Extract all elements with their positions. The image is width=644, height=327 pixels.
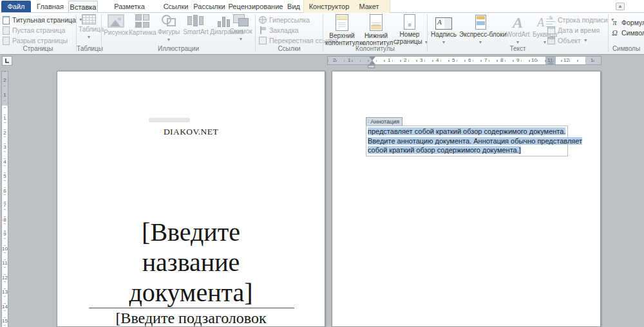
- blank-page-icon: [3, 26, 10, 35]
- tab-mailings[interactable]: Рассылки: [192, 1, 227, 12]
- tab-layout-contextual[interactable]: Макет: [354, 1, 384, 12]
- blank-page-button[interactable]: Пустая страница: [3, 26, 65, 35]
- page-2[interactable]: ⁞ Аннотация представляет собой краткий о…: [332, 71, 601, 327]
- footer-label-1: Нижний: [359, 32, 393, 39]
- bookmark-label: Закладка: [269, 26, 299, 34]
- subtitle-placeholder[interactable]: [Введите подзаголовок: [57, 310, 325, 327]
- ruler-number: 1: [388, 57, 390, 64]
- tab-page-layout[interactable]: Разметка страницы: [99, 1, 160, 12]
- equation-button[interactable]: π Формула ▼: [611, 18, 644, 27]
- group-label-text: Текст: [453, 45, 582, 52]
- vertical-ruler[interactable]: 2 1 1 2 3 4 5 6 7 8 9 10 11 12 13 14 15: [1, 71, 8, 327]
- tab-view[interactable]: Вид: [284, 1, 303, 12]
- tab-home[interactable]: Главная: [33, 1, 67, 12]
- group-label-header-footer: Колонтитулы: [323, 45, 427, 52]
- dropdown-arrow-icon: ▼: [87, 35, 91, 39]
- footer-button[interactable]: Нижний колонтитул ▼: [359, 14, 393, 46]
- ruler-number: 2: [2, 131, 8, 136]
- annotation-line: собой краткий обзор содержимого документ…: [368, 145, 566, 155]
- ruler-number: 4: [436, 57, 439, 64]
- symbol-label: Символ: [621, 29, 644, 37]
- tab-insert[interactable]: Вставка: [68, 1, 98, 12]
- quick-parts-button[interactable]: Экспресс-блоки ▼: [459, 14, 502, 45]
- word-window: Файл Главная Вставка Разметка страницы С…: [0, 0, 644, 327]
- page-1[interactable]: DIAKOV.NET [Введите название документа] …: [57, 71, 325, 327]
- annotation-line: Введите аннотацию документа. Аннотация о…: [368, 136, 566, 146]
- ribbon-tab-bar: Файл Главная Вставка Разметка страницы С…: [0, 0, 644, 13]
- hyperlink-label: Гиперссылка: [269, 16, 310, 24]
- object-label: Объект: [558, 37, 581, 44]
- group-label-pages: Страницы: [0, 45, 76, 52]
- hyperlink-button[interactable]: Гиперссылка: [259, 15, 310, 24]
- quick-parts-icon: [475, 15, 486, 30]
- title-line: название: [57, 247, 325, 277]
- group-tables: Таблица ▼ Таблицы: [77, 13, 101, 55]
- right-indent-marker[interactable]: [547, 61, 554, 64]
- date-time-button[interactable]: Дата и время: [547, 26, 600, 35]
- footer-icon: [370, 14, 383, 31]
- minimize-ribbon-icon[interactable]: ▲: [616, 3, 625, 10]
- group-symbols: π Формула ▼ Ω Символ ▼ Символы: [609, 13, 644, 55]
- table-icon: [82, 14, 96, 24]
- smartart-button[interactable]: SmartArt: [182, 14, 210, 35]
- date-time-label: Дата и время: [558, 26, 600, 34]
- title-placeholder[interactable]: [Введите название документа]: [57, 217, 325, 308]
- left-indent-marker[interactable]: [368, 65, 375, 68]
- symbol-icon: Ω: [611, 28, 619, 38]
- group-label-illustrations: Иллюстрации: [102, 45, 255, 52]
- bookmark-button[interactable]: Закладка: [259, 26, 299, 35]
- wordart-label: WordArt: [503, 31, 533, 38]
- group-text: Надпись ▼ Экспресс-блоки ▼ A WordArt ▼ Б…: [428, 13, 608, 55]
- tab-design-contextual[interactable]: Конструктор: [307, 1, 352, 12]
- wordart-icon: A: [513, 15, 523, 30]
- ruler-number: 10: [531, 57, 537, 64]
- picture-icon: [108, 14, 124, 28]
- ruler-number: 12: [2, 276, 8, 281]
- signature-line-button[interactable]: Строка подписи ▼: [547, 15, 615, 24]
- wordart-button[interactable]: A WordArt ▼: [503, 14, 533, 45]
- page-break-button[interactable]: Разрыв страницы: [3, 36, 68, 45]
- content-control-tag[interactable]: ⁞ Аннотация: [366, 117, 402, 126]
- object-button[interactable]: Объект ▼: [547, 36, 588, 45]
- shapes-button[interactable]: Фигуры ▼: [156, 14, 181, 42]
- horizontal-ruler[interactable]: 2 1 1 2 3 4 5 6 7 8 9 10 11 12 1: [327, 56, 601, 65]
- header-label-1: Верхний: [325, 32, 359, 39]
- group-header-footer: Верхний колонтитул ▼ Нижний колонтитул ▼…: [323, 13, 427, 55]
- page-number-label-2: страницы: [393, 38, 422, 45]
- tab-references[interactable]: Ссылки: [161, 1, 191, 12]
- picture-button[interactable]: Рисунок: [103, 14, 129, 36]
- ruler-number: 1: [348, 57, 350, 64]
- ruler-number: 1: [2, 93, 8, 98]
- picture-label: Рисунок: [103, 29, 129, 36]
- symbol-button[interactable]: Ω Символ ▼: [611, 28, 644, 37]
- tab-file[interactable]: Файл: [1, 1, 31, 12]
- tab-stop-selector[interactable]: [2, 56, 12, 66]
- ruler-number: 1: [591, 57, 593, 64]
- group-pages: Титульная страница ▼ Пустая страница Раз…: [0, 13, 76, 55]
- screenshot-button[interactable]: Снимок ▼: [228, 14, 254, 42]
- page-break-label: Разрыв страницы: [12, 37, 68, 44]
- dropdown-arrow-icon: ▼: [239, 37, 243, 41]
- ruler-number: 10: [2, 247, 8, 252]
- clipart-button[interactable]: Картинка: [129, 14, 156, 36]
- ruler-number: 13: [2, 290, 8, 295]
- table-button[interactable]: Таблица ▼: [79, 14, 99, 40]
- text-box-button[interactable]: Надпись ▼: [429, 14, 459, 45]
- tab-review[interactable]: Рецензирование: [228, 1, 283, 12]
- clipart-label: Картинка: [129, 29, 156, 36]
- ruler-number: 8: [500, 57, 503, 64]
- cross-reference-icon: [259, 37, 267, 44]
- group-illustrations: Рисунок Картинка Фигуры ▼ SmartArt Диагр…: [102, 13, 255, 55]
- annotation-content-control[interactable]: представляет собой краткий обзор содержи…: [366, 126, 568, 156]
- cover-page-button[interactable]: Титульная страница ▼: [3, 15, 83, 24]
- hanging-indent-marker[interactable]: [369, 61, 375, 64]
- document-header-text: DIAKOV.NET: [57, 127, 325, 137]
- page-number-icon: [404, 14, 415, 30]
- grip-icon: ⁞: [368, 119, 369, 124]
- signature-line-label: Строка подписи: [558, 16, 608, 24]
- ruler-number: 15: [2, 319, 8, 324]
- page-number-label-1: Номер: [393, 31, 426, 38]
- page-number-button[interactable]: Номер страницы ▼: [393, 14, 426, 45]
- header-button[interactable]: Верхний колонтитул ▼: [325, 14, 359, 46]
- text-box-icon: [435, 17, 452, 30]
